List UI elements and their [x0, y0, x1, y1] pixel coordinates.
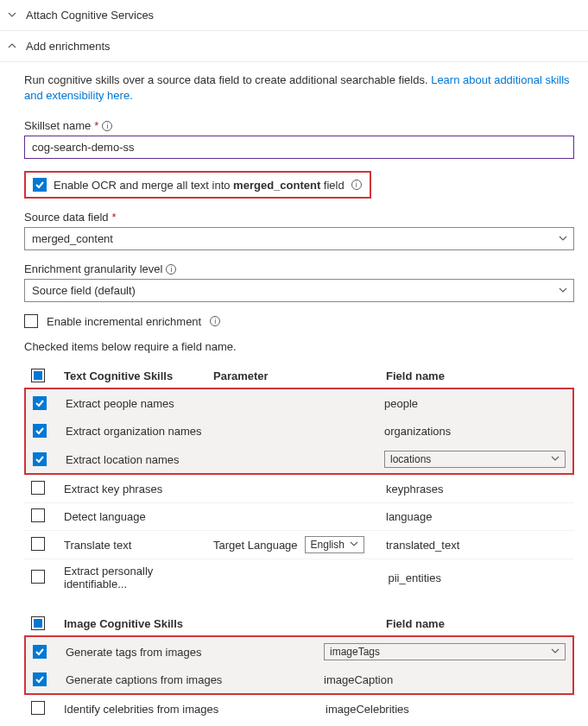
ocr-highlight-box: Enable OCR and merge all text into merge…	[24, 171, 371, 199]
skill-label: Extract people names	[62, 397, 212, 410]
checked-items-hint: Checked items below require a field name…	[24, 340, 574, 353]
skill-checkbox[interactable]	[33, 645, 47, 659]
granularity-label: Enrichment granularity level i	[24, 262, 574, 275]
table-row[interactable]: Detect language language	[24, 502, 574, 530]
chevron-down-icon	[551, 646, 560, 658]
skill-checkbox[interactable]	[33, 452, 47, 466]
info-icon[interactable]: i	[166, 264, 176, 275]
fieldname-value: imageTags	[330, 646, 380, 658]
enrich-description: Run cognitive skills over a source data …	[24, 73, 574, 104]
image-skills-table: Image Cognitive Skills Field name Genera…	[24, 611, 574, 723]
required-asterisk: *	[94, 119, 98, 132]
chevron-down-icon	[350, 539, 358, 551]
text-skills-table: Text Cognitive Skills Parameter Field na…	[24, 363, 574, 596]
table-row[interactable]: Extract location names locations	[26, 445, 572, 473]
image-skills-header-skill: Image Cognitive Skills	[60, 617, 274, 630]
section-title: Attach Cognitive Services	[26, 9, 154, 22]
fieldname-value: locations	[390, 453, 431, 465]
skill-checkbox[interactable]	[33, 672, 47, 686]
table-row[interactable]: Extract personally identifiable... pii_e…	[24, 559, 574, 596]
granularity-select[interactable]: Source field (default)	[24, 279, 574, 302]
table-row[interactable]: Generate captions from images imageCapti…	[26, 666, 572, 693]
skill-label: Detect language	[60, 510, 213, 523]
info-icon[interactable]: i	[351, 180, 362, 190]
text-skills-header-field: Field name	[386, 369, 567, 382]
enrich-desc-text: Run cognitive skills over a source data …	[24, 73, 431, 86]
skill-checkbox[interactable]	[31, 481, 45, 495]
skill-fieldname: language	[386, 510, 567, 523]
text-skills-header-skill: Text Cognitive Skills	[60, 369, 213, 382]
section-add-enrichments[interactable]: Add enrichments	[0, 31, 588, 62]
text-skills-selectall-checkbox[interactable]	[31, 369, 45, 382]
skill-fieldname: people	[384, 397, 566, 410]
info-icon[interactable]: i	[210, 316, 220, 326]
table-row[interactable]: Extract organization names organizations	[26, 417, 572, 445]
image-skills-selectall-checkbox[interactable]	[31, 616, 45, 630]
source-data-field-label: Source data field *	[24, 211, 574, 224]
skill-checkbox[interactable]	[31, 570, 45, 584]
fieldname-dropdown[interactable]: locations	[384, 451, 566, 468]
skillset-name-input[interactable]	[24, 136, 574, 159]
text-skills-header-param: Parameter	[213, 369, 386, 382]
skill-checkbox[interactable]	[31, 537, 45, 551]
chevron-down-icon	[7, 10, 17, 21]
skill-checkbox[interactable]	[33, 396, 47, 410]
skill-label: Extract personally identifiable...	[60, 565, 218, 590]
source-data-field-select[interactable]: merged_content	[24, 227, 574, 250]
chevron-up-icon	[7, 41, 17, 52]
skill-fieldname: organizations	[384, 425, 566, 438]
target-language-dropdown[interactable]: English	[305, 536, 364, 553]
skillset-name-label: Skillset name * i	[24, 119, 574, 132]
skill-fieldname: translated_text	[386, 539, 567, 552]
incremental-enrichment-checkbox[interactable]	[24, 314, 38, 328]
incremental-enrichment-label: Enable incremental enrichment	[47, 315, 201, 328]
skill-fieldname: imageCelebrities	[326, 703, 567, 716]
skill-label: Extract organization names	[62, 425, 212, 438]
skill-checkbox[interactable]	[31, 701, 45, 715]
skill-label: Identify celebrities from images	[60, 703, 274, 716]
fieldname-dropdown[interactable]: imageTags	[324, 643, 566, 660]
section-attach-cogsvc[interactable]: Attach Cognitive Services	[0, 0, 588, 31]
table-row[interactable]: Identify celebrities from images imageCe…	[24, 695, 574, 723]
image-skills-highlight: Generate tags from images imageTags Gene…	[24, 635, 574, 695]
table-row[interactable]: Extract people names people	[26, 389, 572, 417]
info-icon[interactable]: i	[102, 121, 112, 131]
image-skills-header-field: Field name	[386, 617, 567, 630]
skill-label: Extract key phrases	[60, 483, 213, 496]
table-row[interactable]: Extract key phrases keyphrases	[24, 475, 574, 502]
param-label: Target Language	[213, 539, 298, 552]
skill-fieldname: keyphrases	[386, 483, 567, 496]
skill-checkbox[interactable]	[33, 424, 47, 438]
skill-label: Extract location names	[62, 453, 212, 466]
param-value: English	[311, 539, 345, 551]
required-asterisk: *	[112, 211, 117, 224]
table-row[interactable]: Translate text Target Language English t…	[24, 530, 574, 559]
enable-ocr-checkbox[interactable]	[33, 178, 47, 192]
table-row[interactable]: Generate tags from images imageTags	[26, 637, 572, 666]
skill-fieldname: pii_entities	[388, 571, 567, 584]
chevron-down-icon	[551, 453, 560, 465]
section-title: Add enrichments	[26, 40, 111, 53]
skill-label: Translate text	[60, 539, 213, 552]
skill-checkbox[interactable]	[31, 508, 45, 522]
skill-label: Generate captions from images	[62, 673, 272, 686]
enable-ocr-label: Enable OCR and merge all text into merge…	[54, 179, 345, 192]
skill-label: Generate tags from images	[62, 646, 272, 659]
skill-fieldname: imageCaption	[324, 673, 566, 686]
text-skills-highlight: Extract people names people Extract orga…	[24, 388, 574, 475]
